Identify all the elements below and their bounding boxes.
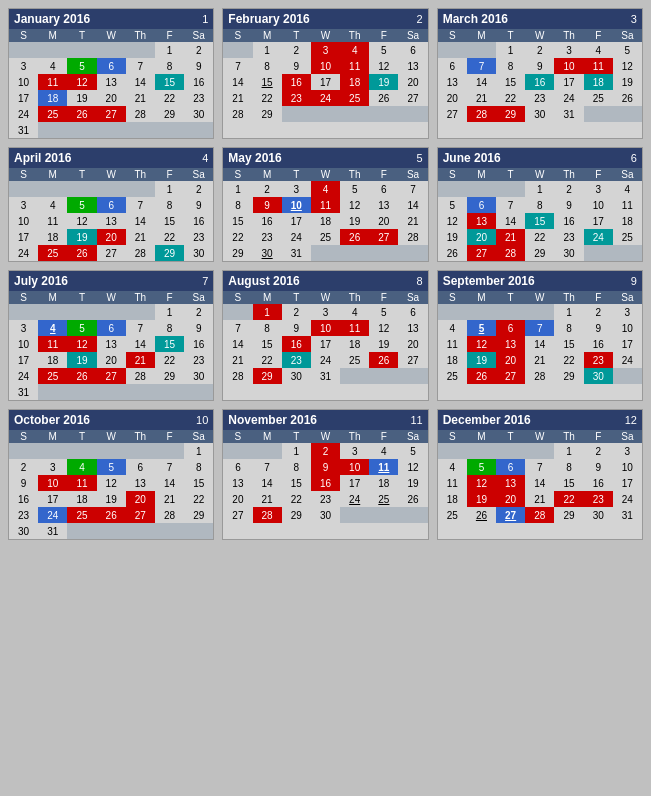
month-table-0: SMTWThFSa1234567891011121314151617181920…: [9, 29, 213, 138]
day-cell: 29: [155, 368, 184, 384]
day-cell: 5: [67, 197, 96, 213]
day-cell: [67, 122, 96, 138]
day-cell: 16: [554, 213, 583, 229]
day-header-T: T: [496, 29, 525, 42]
day-cell: 27: [97, 106, 126, 122]
day-cell: 18: [584, 74, 613, 90]
day-cell: [438, 304, 467, 320]
day-cell: 25: [340, 352, 369, 368]
day-cell: [467, 443, 496, 459]
month-header-2: March 20163: [438, 9, 642, 29]
day-cell: [340, 507, 369, 523]
day-cell: [126, 304, 155, 320]
day-header-M: M: [467, 430, 496, 443]
month-box-4: May 20165SMTWThFSa1234567891011121314151…: [222, 147, 428, 262]
day-cell: 15: [282, 475, 311, 491]
day-cell: 9: [282, 320, 311, 336]
week-row: 14151617181920: [223, 74, 427, 90]
week-row: 12345: [438, 42, 642, 58]
day-cell: [155, 384, 184, 400]
day-cell: 3: [282, 181, 311, 197]
week-row: 18192021222324: [438, 491, 642, 507]
day-cell: 1: [554, 304, 583, 320]
day-cell: 8: [554, 320, 583, 336]
day-cell: 22: [253, 90, 282, 106]
week-row: 2728293031: [438, 106, 642, 122]
day-cell: 1: [223, 181, 252, 197]
day-cell: 21: [155, 491, 184, 507]
day-cell: 15: [253, 74, 282, 90]
day-cell: 29: [282, 507, 311, 523]
day-header-S: S: [223, 430, 252, 443]
month-header-11: December 201612: [438, 410, 642, 430]
day-cell: 30: [311, 507, 340, 523]
day-cell: 10: [311, 320, 340, 336]
day-cell: 13: [496, 475, 525, 491]
week-row: 45678910: [438, 459, 642, 475]
day-cell: 3: [613, 304, 642, 320]
day-cell: 15: [155, 336, 184, 352]
day-cell: 16: [184, 74, 213, 90]
week-row: 123456: [223, 304, 427, 320]
day-cell: 8: [155, 320, 184, 336]
day-cell: [340, 368, 369, 384]
day-cell: 15: [155, 74, 184, 90]
week-row: 12: [9, 304, 213, 320]
day-cell: 20: [496, 352, 525, 368]
day-cell: 11: [340, 58, 369, 74]
day-cell: 19: [398, 475, 427, 491]
day-cell: 26: [467, 507, 496, 523]
day-cell: 23: [184, 90, 213, 106]
day-cell: 3: [584, 181, 613, 197]
day-cell: 11: [311, 197, 340, 213]
month-header-6: July 20167: [9, 271, 213, 291]
day-cell: [369, 106, 398, 122]
day-cell: [67, 523, 96, 539]
day-cell: 13: [398, 320, 427, 336]
month-table-10: SMTWThFSa1234567891011121314151617181920…: [223, 430, 427, 523]
day-cell: 2: [525, 42, 554, 58]
day-cell: 27: [438, 106, 467, 122]
day-cell: 6: [97, 320, 126, 336]
day-header-F: F: [155, 168, 184, 181]
day-cell: 18: [67, 491, 96, 507]
day-cell: 24: [38, 507, 67, 523]
day-cell: 11: [38, 74, 67, 90]
day-cell: 19: [369, 336, 398, 352]
day-cell: 23: [525, 90, 554, 106]
day-cell: 14: [496, 213, 525, 229]
day-cell: 29: [184, 507, 213, 523]
day-cell: 17: [584, 213, 613, 229]
day-cell: 27: [398, 90, 427, 106]
day-header-T: T: [282, 291, 311, 304]
week-row: 24252627282930: [9, 368, 213, 384]
day-cell: 7: [223, 58, 252, 74]
day-cell: 20: [496, 491, 525, 507]
day-cell: 9: [311, 459, 340, 475]
day-cell: [311, 245, 340, 261]
day-cell: 22: [554, 352, 583, 368]
day-cell: [38, 304, 67, 320]
day-cell: 22: [525, 229, 554, 245]
week-row: 252627282930: [438, 368, 642, 384]
week-row: 24252627282930: [9, 106, 213, 122]
day-cell: 20: [467, 229, 496, 245]
month-table-6: SMTWThFSa1234567891011121314151617181920…: [9, 291, 213, 400]
month-num-10: 11: [410, 414, 422, 426]
day-cell: 26: [97, 507, 126, 523]
day-cell: 5: [369, 304, 398, 320]
day-cell: 23: [9, 507, 38, 523]
day-cell: 5: [67, 320, 96, 336]
day-cell: [496, 304, 525, 320]
day-cell: 12: [97, 475, 126, 491]
day-cell: 13: [467, 213, 496, 229]
week-row: 123: [438, 304, 642, 320]
day-cell: 25: [311, 229, 340, 245]
day-cell: [398, 368, 427, 384]
day-cell: 24: [9, 368, 38, 384]
day-cell: 20: [223, 491, 252, 507]
day-header-Sa: Sa: [398, 430, 427, 443]
month-table-5: SMTWThFSa1234567891011121314151617181920…: [438, 168, 642, 261]
day-cell: 7: [155, 459, 184, 475]
day-cell: 9: [184, 197, 213, 213]
